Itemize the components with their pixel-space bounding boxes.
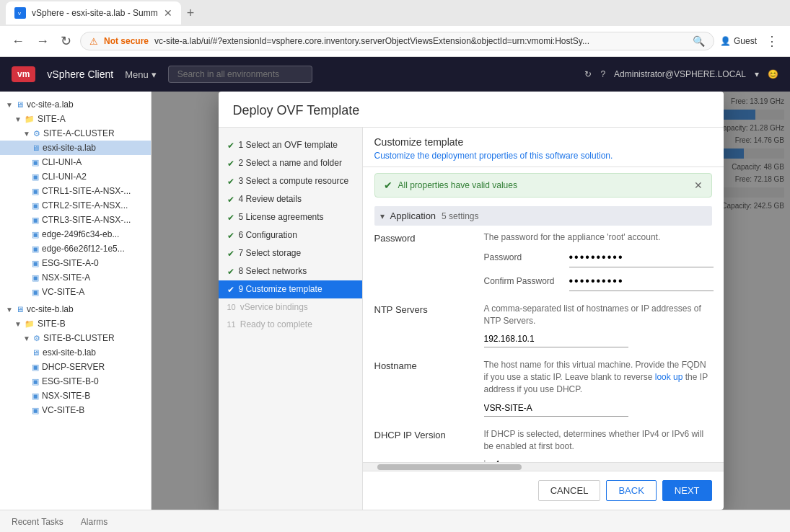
wizard-step-9[interactable]: ✔ 9 Customize template (219, 280, 362, 298)
next-button[interactable]: NEXT (662, 480, 712, 501)
sidebar-item-cli-uni-a2[interactable]: ▣ CLI-UNI-A2 (0, 169, 151, 184)
sidebar-item-ctrl3[interactable]: ▣ CTRL3-SITE-A-NSX-... (0, 213, 151, 227)
user-label[interactable]: Administrator@VSPHERE.LOCAL (614, 69, 746, 79)
sidebar-item-label: esxi-site-b.lab (43, 347, 96, 358)
dhcp-input[interactable] (484, 456, 628, 462)
hostname-input[interactable] (484, 400, 628, 417)
form-row-dhcp: DHCP IP Version If DHCP is selected, det… (374, 428, 712, 462)
password-desc: The password for the appliance 'root' ac… (484, 231, 714, 244)
sidebar-item-vc-site-a[interactable]: ▼ 🖥 vc-site-a.lab (0, 97, 151, 112)
section-expand-icon[interactable]: ▾ (380, 211, 385, 221)
recent-tasks-label[interactable]: Recent Tasks (12, 517, 63, 527)
confirm-password-input[interactable] (569, 272, 714, 291)
forward-button[interactable]: → (33, 31, 52, 52)
wizard-step-5[interactable]: ✔ 5 License agreements (219, 208, 362, 226)
step-check-icon: ✔ (227, 213, 234, 223)
wizard-step-7[interactable]: ✔ 7 Select storage (219, 244, 362, 262)
new-tab-button[interactable]: + (184, 3, 198, 24)
wizard-content: Customize template Customize the deploym… (363, 128, 724, 510)
host-icon: 🖥 (32, 348, 40, 357)
sidebar-item-nsx[interactable]: ▣ NSX-SITE-A (0, 270, 151, 285)
sidebar-item-edge1[interactable]: ▣ edge-249f6c34-eb... (0, 227, 151, 241)
step-check-icon: ✔ (227, 177, 234, 187)
step-check-icon: ✔ (227, 231, 234, 241)
section-header-application[interactable]: ▾ Application 5 settings (374, 206, 712, 226)
wizard-step-1[interactable]: ✔ 1 Select an OVF template (219, 136, 362, 154)
alarms-label[interactable]: Alarms (81, 517, 107, 527)
vm-icon: ▣ (32, 230, 39, 239)
account-label: Guest (734, 36, 757, 46)
horizontal-scrollbar[interactable] (363, 462, 724, 471)
sidebar-item-site-a-cluster[interactable]: ▼ ⚙ SITE-A-CLUSTER (0, 126, 151, 141)
wizard-step-4[interactable]: ✔ 4 Review details (219, 190, 362, 208)
sidebar-item-ctrl1[interactable]: ▣ CTRL1-SITE-A-NSX-... (0, 184, 151, 198)
refresh-icon[interactable]: ↻ (584, 69, 592, 79)
back-button[interactable]: ← (9, 31, 27, 52)
sidebar-item-site-b[interactable]: ▼ 📁 SITE-B (0, 316, 151, 331)
wizard-content-desc: Customize the deployment properties of t… (374, 151, 712, 161)
active-tab[interactable]: v vSphere - esxi-site-a.lab - Summ ✕ (6, 1, 181, 25)
sidebar-item-esg[interactable]: ▣ ESG-SITE-A-0 (0, 256, 151, 270)
sidebar-item-esxi-site-a[interactable]: 🖥 esxi-site-a.lab (0, 141, 151, 155)
browser-chrome: v vSphere - esxi-site-a.lab - Summ ✕ + ←… (0, 0, 790, 57)
menu-button[interactable]: Menu ▾ (125, 69, 157, 80)
sidebar-item-site-b-cluster[interactable]: ▼ ⚙ SITE-B-CLUSTER (0, 331, 151, 345)
wizard-step-10: 10 vService bindings (219, 298, 362, 316)
expand-icon: ▼ (23, 334, 30, 342)
expand-icon: ▼ (6, 306, 13, 314)
global-search-input[interactable] (168, 66, 312, 83)
warning-icon: ⚠ (89, 36, 98, 47)
wizard-step-6[interactable]: ✔ 6 Configuration (219, 226, 362, 244)
check-circle-icon: ✔ (384, 179, 392, 191)
not-secure-label: Not secure (104, 36, 149, 46)
password-input[interactable] (569, 248, 714, 267)
cancel-button[interactable]: CANCEL (538, 480, 601, 501)
account-icon: 👤 (720, 36, 731, 46)
sidebar-item-edge2[interactable]: ▣ edge-66e26f12-1e5... (0, 241, 151, 256)
vm-icon: ▣ (32, 244, 39, 254)
wizard-step-3[interactable]: ✔ 3 Select a compute resource (219, 172, 362, 190)
vm-icon: ▣ (32, 201, 39, 210)
step-label: 5 License agreements (239, 212, 324, 222)
sidebar-item-nsx-b[interactable]: ▣ NSX-SITE-B (0, 389, 151, 403)
help-icon[interactable]: ? (600, 69, 605, 79)
sidebar-item-site-a[interactable]: ▼ 📁 SITE-A (0, 112, 151, 126)
ntp-input[interactable] (484, 331, 628, 347)
sidebar-item-label: CTRL3-SITE-A-NSX-... (42, 215, 131, 225)
wizard-content-title: Customize template (374, 136, 712, 148)
sidebar-item-vc-site-b-vm[interactable]: ▣ VC-SITE-B (0, 403, 151, 417)
vm-icon: ▣ (32, 216, 39, 225)
tab-title: vSphere - esxi-site-a.lab - Summ (32, 8, 158, 18)
success-alert: ✔ All properties have valid values ✕ (374, 173, 712, 198)
wizard-content-body[interactable]: ✔ All properties have valid values ✕ ▾ A… (363, 167, 724, 462)
sidebar-item-ctrl2[interactable]: ▣ CTRL2-SITE-A-NSX... (0, 198, 151, 213)
sidebar-item-vc-site-b[interactable]: ▼ 🖥 vc-site-b.lab (0, 302, 151, 316)
expand-icon: ▼ (14, 320, 22, 328)
alert-close-button[interactable]: ✕ (694, 179, 703, 191)
step-num-label: 11 (227, 320, 236, 329)
sidebar-item-label: esxi-site-a.lab (43, 143, 96, 153)
sidebar-item-cli-uni-a[interactable]: ▣ CLI-UNI-A (0, 155, 151, 169)
back-button[interactable]: BACK (606, 480, 656, 501)
sidebar-item-esxi-site-b[interactable]: 🖥 esxi-site-b.lab (0, 345, 151, 360)
deploy-ovf-modal: Deploy OVF Template ✔ 1 Select an OVF te… (219, 92, 724, 510)
h-scroll-thumb[interactable] (377, 464, 522, 470)
vm-icon: ▣ (32, 377, 39, 386)
sidebar-item-label: NSX-SITE-B (42, 391, 90, 401)
reload-button[interactable]: ↻ (58, 30, 74, 52)
ntp-desc: A comma-separated list of hostnames or I… (484, 303, 712, 327)
menu-dots-button[interactable]: ⋮ (763, 30, 781, 52)
tab-close-icon[interactable]: ✕ (164, 7, 172, 19)
step-num-label: 10 (227, 303, 236, 311)
sidebar-item-dhcp[interactable]: ▣ DHCP-SERVER (0, 360, 151, 374)
wizard-step-2[interactable]: ✔ 2 Select a name and folder (219, 154, 362, 172)
address-bar[interactable]: ⚠ Not secure vc-site-a.lab/ui/#?extensio… (80, 32, 714, 50)
user-avatar-icon[interactable]: 😊 (768, 69, 778, 79)
sidebar-item-vc-site-a-vm[interactable]: ▣ VC-SITE-A (0, 285, 151, 299)
account-button[interactable]: 👤 Guest (720, 36, 757, 46)
vm-icon: ▣ (32, 363, 39, 372)
sidebar-item-label: VC-SITE-B (42, 405, 84, 415)
step-check-icon: ✔ (227, 159, 234, 169)
sidebar-item-esg-b[interactable]: ▣ ESG-SITE-B-0 (0, 374, 151, 389)
wizard-step-8[interactable]: ✔ 8 Select networks (219, 262, 362, 280)
